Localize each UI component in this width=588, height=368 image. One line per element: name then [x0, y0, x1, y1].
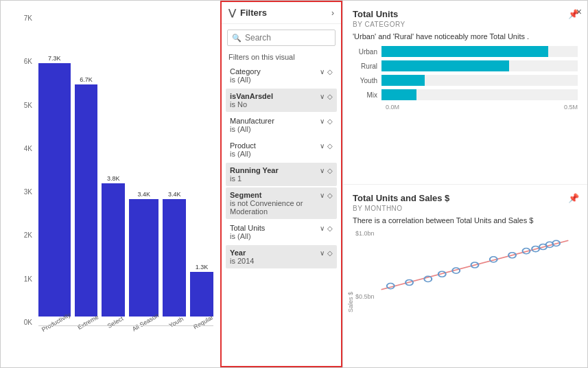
bar-category-label: Youth: [167, 315, 185, 329]
filter-item-actions: ∨◇: [320, 117, 333, 125]
bar-value-label: 6.7K: [80, 76, 93, 83]
bar-group: 3.4KYouth: [163, 191, 186, 326]
y-label-1k: 1K: [24, 275, 32, 283]
filters-section-label: Filters on this visual: [222, 51, 341, 64]
filter-item[interactable]: Manufacturer∨◇is (All): [226, 113, 337, 137]
bar-fill[interactable]: [163, 199, 186, 317]
filter-chevron-icon[interactable]: ∨: [320, 68, 325, 76]
hbar-row: Urban: [353, 46, 578, 57]
filter-clear-icon[interactable]: ◇: [327, 225, 333, 232]
filter-item[interactable]: Segment∨◇is not Convenience or Moderatio…: [226, 187, 337, 219]
filters-title: ⋁ Filters: [228, 8, 267, 18]
hbar-track: [381, 75, 578, 86]
y-axis: 7K 6K 5K 4K 3K 2K 1K 0K: [14, 14, 35, 326]
y-label-0k: 0K: [24, 319, 32, 326]
bar-fill[interactable]: [75, 84, 98, 317]
search-input[interactable]: [245, 33, 331, 43]
search-icon: 🔍: [232, 34, 242, 43]
bar-fill[interactable]: [190, 272, 213, 317]
filter-item-actions: ∨◇: [320, 93, 333, 100]
filter-item-name: Year: [230, 249, 246, 257]
bar-fill[interactable]: [102, 183, 125, 317]
filter-item[interactable]: Running Year∨◇is 1: [226, 163, 337, 186]
filter-chevron-icon[interactable]: ∨: [320, 192, 325, 199]
filter-clear-icon[interactable]: ◇: [327, 192, 333, 199]
filter-chevron-icon[interactable]: ∨: [320, 167, 325, 174]
scatter-y-min: $0.5bn: [355, 293, 375, 300]
filter-chevron-icon[interactable]: ∨: [320, 93, 325, 100]
scatter-y-label: Sales $: [347, 230, 354, 312]
scatter-chart: Sales $: [353, 230, 578, 312]
filter-item-value: is No: [230, 100, 333, 108]
hbar-label: Urban: [353, 48, 381, 56]
hbar-track: [381, 89, 578, 100]
close-button[interactable]: ×: [576, 6, 582, 17]
filter-clear-icon[interactable]: ◇: [327, 142, 333, 150]
bar-category-label: Select: [106, 315, 124, 330]
filter-clear-icon[interactable]: ◇: [327, 167, 333, 174]
filter-item-name: Total Units: [230, 224, 265, 232]
filter-chevron-icon[interactable]: ∨: [320, 225, 325, 232]
bar-group: 6.7KExtreme: [75, 76, 98, 326]
filter-item[interactable]: Total Units∨◇is (All): [226, 220, 337, 244]
bar-value-label: 7.3K: [48, 55, 61, 62]
filter-item-value: is (All): [230, 150, 333, 158]
filter-item-actions: ∨◇: [320, 249, 333, 257]
hbar-row: Youth: [353, 75, 578, 86]
hbar-max: 0.5M: [564, 104, 578, 111]
hbar-fill: [381, 75, 425, 86]
filter-clear-icon[interactable]: ◇: [327, 117, 333, 125]
hbar-row: Mix: [353, 89, 578, 100]
search-box[interactable]: 🔍: [227, 30, 336, 46]
filter-chevron-icon[interactable]: ∨: [320, 117, 325, 125]
hbar-min: 0.0M: [386, 104, 399, 111]
bar-value-label: 1.3K: [196, 264, 209, 271]
y-label-4k: 4K: [24, 145, 32, 152]
filter-item-header: Manufacturer∨◇: [230, 117, 333, 125]
filter-clear-icon[interactable]: ◇: [327, 68, 333, 76]
hbar-label: Mix: [353, 91, 381, 99]
filter-chevron-icon[interactable]: ∨: [320, 142, 325, 150]
y-label-5k: 5K: [24, 102, 32, 109]
bar-fill[interactable]: [38, 63, 71, 317]
filter-item-actions: ∨◇: [320, 68, 333, 76]
hbar-track: [381, 60, 578, 71]
total-units-card: Total Units BY CATEGORY 'Urban' and 'Rur…: [343, 1, 587, 185]
filter-item[interactable]: Product∨◇is (All): [226, 138, 337, 161]
filter-item-value: is not Convenience or Moderation: [230, 199, 333, 216]
filter-item[interactable]: Category∨◇is (All): [226, 64, 337, 87]
bar-fill[interactable]: [129, 199, 158, 317]
sales-title: Total Units and Sales $: [353, 193, 578, 203]
hbar-label: Youth: [353, 77, 381, 84]
total-units-desc: 'Urban' and 'Rural' have noticeably more…: [353, 32, 578, 41]
filter-item-name: Category: [230, 67, 261, 76]
filter-clear-icon[interactable]: ◇: [327, 249, 333, 257]
filter-item[interactable]: Year∨◇is 2014: [226, 245, 337, 268]
filter-icon: ⋁: [228, 8, 236, 18]
bar-group: 3.8KSelect: [102, 175, 125, 326]
filter-item-header: Total Units∨◇: [230, 224, 333, 232]
hbar-fill: [381, 46, 548, 57]
bar-value-label: 3.8K: [107, 175, 120, 182]
filter-item-name: Running Year: [230, 166, 279, 174]
total-units-sales-card: Total Units and Sales $ BY MONTHNO There…: [343, 185, 587, 368]
filter-item-value: is (All): [230, 232, 333, 240]
filter-clear-icon[interactable]: ◇: [327, 93, 333, 100]
filter-item-value: is 2014: [230, 257, 333, 265]
y-label-6k: 6K: [24, 58, 32, 65]
filter-item[interactable]: isVanArsdel∨◇is No: [226, 89, 337, 112]
hbar-axis: 0.0M 0.5M: [386, 104, 578, 111]
filter-item-actions: ∨◇: [320, 167, 333, 174]
filters-expand-icon[interactable]: ›: [331, 8, 334, 18]
hbar-track: [381, 46, 578, 57]
filter-chevron-icon[interactable]: ∨: [320, 249, 325, 257]
x-axis-line: [38, 325, 213, 326]
filter-item-header: isVanArsdel∨◇: [230, 92, 333, 100]
pin-icon-bottom[interactable]: 📌: [568, 193, 579, 203]
filter-item-actions: ∨◇: [320, 142, 333, 150]
bar-chart: 7K 6K 5K 4K 3K 2K 1K 0K 7.3KProductivity…: [14, 14, 213, 347]
bar-value-label: 3.4K: [168, 191, 181, 198]
filter-item-header: Year∨◇: [230, 249, 333, 257]
y-label-3k: 3K: [24, 188, 32, 196]
right-panel: Total Units BY CATEGORY 'Urban' and 'Rur…: [342, 1, 587, 367]
